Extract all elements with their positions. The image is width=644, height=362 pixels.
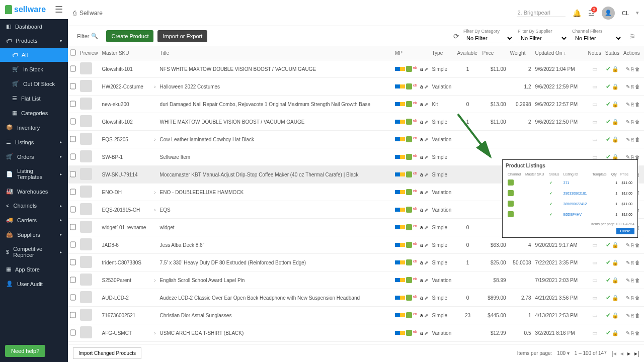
external-link-icon[interactable]: ⬈ [424, 137, 428, 142]
col-header[interactable]: Preview [78, 46, 100, 60]
product-thumbnail[interactable] [80, 238, 92, 250]
ipp-value[interactable]: 100 ▾ [557, 350, 569, 356]
chevron-right-icon[interactable]: › [154, 137, 155, 142]
edit-icon[interactable]: ✎ [626, 66, 630, 72]
nav-listings[interactable]: ☰Listings▸ [0, 135, 68, 149]
note-icon[interactable]: ▭ [592, 312, 597, 318]
edit-icon[interactable]: ✎ [626, 119, 630, 125]
note-icon[interactable]: ▭ [592, 136, 597, 142]
external-link-icon[interactable]: ⬈ [424, 84, 428, 89]
product-thumbnail[interactable] [80, 168, 92, 180]
nav-orders[interactable]: 🛒Orders▸ [0, 149, 68, 164]
table-row[interactable]: S2380Parent › PinMart's Colorful Humming… [68, 342, 644, 344]
external-link-icon[interactable]: ⬈ [424, 207, 428, 213]
row-checkbox[interactable] [70, 136, 76, 142]
row-checkbox[interactable] [70, 83, 76, 89]
row-checkbox[interactable] [70, 153, 76, 160]
table-row[interactable]: JAD8-6 Jess Alba Deck 8.6" eba⬈ Simple 0… [68, 236, 644, 254]
delete-icon[interactable]: 🗑 [635, 242, 640, 248]
nav-inventory[interactable]: 📦Inventory [0, 120, 68, 135]
delete-icon[interactable]: 🗑 [635, 102, 640, 107]
col-header[interactable]: Available [455, 46, 480, 60]
col-header[interactable]: MP [393, 46, 430, 60]
external-link-icon[interactable]: ⬈ [424, 313, 428, 318]
chevron-down-icon[interactable]: ▾ [636, 10, 639, 16]
external-link-icon[interactable]: ⬈ [424, 242, 428, 248]
chevron-right-icon[interactable]: › [154, 278, 155, 283]
delete-icon[interactable]: 🗑 [635, 137, 640, 142]
copy-icon[interactable]: ⎘ [631, 242, 634, 248]
col-header[interactable]: Type [430, 46, 455, 60]
nav-app-store[interactable]: ▦App Store [0, 262, 68, 277]
row-checkbox[interactable] [70, 277, 76, 283]
chevron-right-icon[interactable]: › [154, 190, 155, 195]
popover-close-button[interactable]: Close [616, 228, 634, 234]
table-row[interactable]: Glowshift-102 WHITE MAXTOW DOUBLE VISION… [68, 113, 644, 131]
chevron-right-icon[interactable]: › [154, 84, 155, 89]
filter-button[interactable]: Filter 🔍 [73, 31, 102, 41]
product-thumbnail[interactable] [80, 309, 92, 321]
edit-icon[interactable]: ✎ [626, 102, 630, 107]
col-header[interactable]: Updated On ↓ [533, 46, 586, 60]
external-link-icon[interactable]: ⬈ [424, 119, 428, 125]
edit-icon[interactable]: ✎ [626, 84, 630, 89]
product-thumbnail[interactable] [80, 203, 92, 215]
row-checkbox[interactable] [70, 189, 76, 195]
row-checkbox[interactable] [70, 65, 76, 72]
copy-icon[interactable]: ⎘ [631, 295, 634, 301]
product-thumbnail[interactable] [80, 98, 92, 110]
nav-sub-flat-list[interactable]: ☰Flat List [0, 91, 68, 106]
copy-icon[interactable]: ⎘ [631, 313, 634, 318]
external-link-icon[interactable]: ⬈ [424, 154, 428, 160]
delete-icon[interactable]: 🗑 [635, 278, 640, 283]
filter-icon[interactable]: ⚞ [629, 32, 636, 40]
filter-category-select[interactable]: No Filter [463, 34, 514, 43]
import-export-button[interactable]: Import or Export [157, 30, 207, 42]
product-thumbnail[interactable] [80, 291, 92, 303]
copy-icon[interactable]: ⎘ [631, 119, 634, 125]
external-link-icon[interactable]: ⬈ [424, 225, 428, 230]
note-icon[interactable]: ▭ [592, 154, 597, 160]
nav-user-audit[interactable]: 👤User Audit [0, 277, 68, 291]
import-changed-button[interactable]: Import Changed Products [73, 347, 141, 359]
product-thumbnail[interactable] [80, 221, 92, 233]
table-row[interactable]: AFG-USMCT › USMC ARCH EGA T-SHIRT (BLACK… [68, 324, 644, 342]
external-link-icon[interactable]: ⬈ [424, 172, 428, 177]
filter-supplier-select[interactable]: No Filter [518, 34, 568, 43]
row-checkbox[interactable] [70, 224, 76, 230]
need-help-button[interactable]: Need help? [5, 345, 45, 357]
delete-icon[interactable]: 🗑 [635, 330, 640, 336]
edit-icon[interactable]: ✎ [626, 295, 630, 301]
row-checkbox[interactable] [70, 312, 76, 318]
col-header[interactable]: Master SKU [100, 46, 158, 60]
filter-channel-select[interactable]: No Filter [572, 34, 622, 43]
nav-warehouses[interactable]: 🏭Warehouses [0, 184, 68, 199]
filter-category[interactable]: Filter By Category No Filter [463, 29, 514, 43]
edit-icon[interactable]: ✎ [626, 260, 630, 265]
col-header[interactable]: Price [480, 46, 508, 60]
product-thumbnail[interactable] [80, 150, 92, 162]
col-header[interactable] [68, 46, 78, 60]
product-thumbnail[interactable] [80, 80, 92, 92]
edit-icon[interactable]: ✎ [626, 242, 630, 248]
copy-icon[interactable]: ⎘ [631, 260, 634, 265]
note-icon[interactable]: ▭ [592, 330, 597, 336]
copy-icon[interactable]: ⎘ [631, 278, 634, 283]
row-checkbox[interactable] [70, 206, 76, 213]
filter-supplier[interactable]: Filter By Supplier No Filter [518, 29, 568, 43]
create-product-button[interactable]: Create Product [106, 30, 153, 42]
note-icon[interactable]: ▭ [592, 66, 597, 72]
external-link-icon[interactable]: ⬈ [424, 278, 428, 283]
bell-icon[interactable]: 🔔 [573, 9, 581, 17]
delete-icon[interactable]: 🗑 [635, 84, 640, 89]
select-all-checkbox[interactable] [70, 49, 76, 56]
delete-icon[interactable]: 🗑 [635, 119, 640, 125]
row-checkbox[interactable] [70, 118, 76, 125]
table-row[interactable]: S2530Parent › English Scroll School Awar… [68, 272, 644, 289]
product-thumbnail[interactable] [80, 115, 92, 127]
note-icon[interactable]: ▭ [592, 242, 597, 248]
col-header[interactable]: Weight [508, 46, 533, 60]
copy-icon[interactable]: ⎘ [631, 102, 634, 107]
row-checkbox[interactable] [70, 329, 76, 336]
pager-next[interactable]: ▸ [627, 350, 630, 357]
